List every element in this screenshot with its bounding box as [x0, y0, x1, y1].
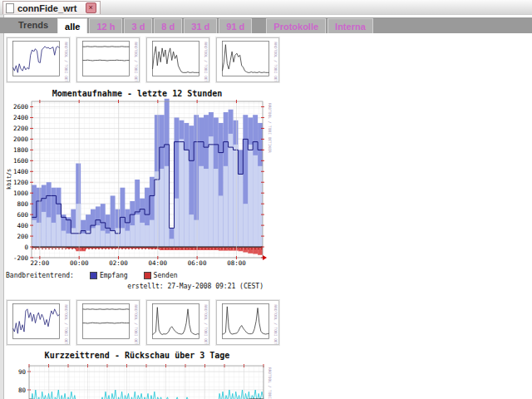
chart-created-timestamp: erstellt: 27-May-2008 09:21 (CEST) [4, 283, 264, 290]
svg-text:kbit/s: kbit/s [6, 169, 12, 190]
tab-interna[interactable]: Interna [328, 18, 373, 33]
main-chart-legend: Bandbreitentrend: Empfang Senden [6, 272, 270, 279]
svg-text:RRDTOOL / TOBI OETIKER: RRDTOOL / TOBI OETIKER [134, 305, 138, 345]
svg-text:800: 800 [17, 200, 28, 208]
bottom-chart: 708090RRDTOOL / TOBI OETIKER [4, 362, 272, 399]
window-left-border [0, 0, 4, 399]
thumbnail-senden-12h[interactable]: RRDTOOL / TOBI OETIKER [76, 37, 140, 82]
close-icon[interactable]: × [86, 2, 96, 13]
svg-text:RRDTOOL / TOBI OETIKER: RRDTOOL / TOBI OETIKER [273, 305, 278, 345]
legend-empfang-swatch [90, 272, 97, 279]
tabs-section-label: Trends [0, 17, 57, 33]
thumbnail-chart-3[interactable]: RRDTOOL / TOBI OETIKER [146, 37, 209, 82]
svg-text:2600: 2600 [13, 103, 29, 111]
tab-91d[interactable]: 91 d [219, 18, 252, 33]
bottom-chart-block: 708090RRDTOOL / TOBI OETIKER [4, 362, 531, 399]
svg-text:RRDTOOL / TOBI OETIKER: RRDTOOL / TOBI OETIKER [268, 367, 272, 399]
svg-text:2200: 2200 [13, 125, 29, 132]
main-chart: -200020040060080010001200140016001800200… [4, 98, 272, 268]
svg-text:RRDTOOL / TOBI OETIKER: RRDTOOL / TOBI OETIKER [64, 305, 68, 345]
thumbnail-chart-7[interactable]: RRDTOOL / TOBI OETIKER [146, 300, 209, 345]
svg-text:RRDTOOL / TOBI OETIKER: RRDTOOL / TOBI OETIKER [134, 42, 138, 82]
svg-text:1600: 1600 [13, 157, 29, 165]
tab-12h[interactable]: 12 h [89, 18, 122, 33]
thumbnail-row-bottom: RRDTOOL / TOBI OETIKER RRDTOOL / TOBI OE… [7, 300, 531, 345]
thumbnail-chart-8[interactable]: RRDTOOL / TOBI OETIKER [216, 300, 279, 345]
svg-text:1000: 1000 [13, 190, 29, 197]
svg-text:04:00: 04:00 [149, 259, 168, 267]
thumbnail-empfang-12h[interactable]: RRDTOOL / TOBI OETIKER [7, 37, 70, 82]
tab-8d[interactable]: 8 d [154, 18, 182, 33]
window-tab[interactable]: connFide_wrt × [2, 1, 101, 14]
svg-text:RRDTOOL / TOBI OETIKER: RRDTOOL / TOBI OETIKER [273, 42, 278, 82]
svg-text:0: 0 [24, 244, 28, 251]
thumbnail-row-top: RRDTOOL / TOBI OETIKER RRDTOOL / TOBI OE… [7, 37, 531, 82]
thumbnail-empfang-3d[interactable]: RRDTOOL / TOBI OETIKER [7, 300, 70, 345]
bottom-chart-title: Kurzzeittrend - Rückschau über 3 Tage [4, 351, 270, 360]
svg-text:1200: 1200 [13, 179, 29, 186]
tab-31d[interactable]: 31 d [184, 18, 217, 33]
svg-text:90: 90 [18, 368, 27, 376]
svg-text:06:00: 06:00 [188, 259, 207, 267]
main-chart-title: Momentaufnahme - letzte 12 Stunden [4, 89, 270, 98]
tab-3d[interactable]: 3 d [124, 18, 152, 33]
svg-text:RRDTOOL / TOBI OETIKER: RRDTOOL / TOBI OETIKER [204, 42, 208, 82]
document-icon [6, 3, 14, 13]
svg-text:08:00: 08:00 [227, 259, 246, 267]
content-area: RRDTOOL / TOBI OETIKER RRDTOOL / TOBI OE… [4, 33, 531, 399]
svg-text:1400: 1400 [13, 168, 29, 175]
thumbnail-chart-4[interactable]: RRDTOOL / TOBI OETIKER [216, 37, 279, 82]
svg-text:600: 600 [17, 211, 28, 219]
svg-text:22:00: 22:00 [31, 259, 50, 267]
window-title: connFide_wrt [17, 3, 77, 13]
svg-text:200: 200 [17, 233, 28, 240]
window-titlebar: connFide_wrt × [0, 0, 532, 15]
tab-alle[interactable]: alle [57, 18, 87, 33]
main-chart-block: Momentaufnahme - letzte 12 Stunden -2000… [4, 89, 531, 290]
svg-text:02:00: 02:00 [109, 259, 128, 267]
svg-text:2000: 2000 [13, 135, 29, 143]
svg-text:-200: -200 [13, 254, 29, 262]
svg-text:RRDTOOL / TOBI OETIKER: RRDTOOL / TOBI OETIKER [268, 103, 272, 153]
svg-text:80: 80 [18, 387, 27, 394]
thumbnail-senden-3d[interactable]: RRDTOOL / TOBI OETIKER [76, 300, 140, 345]
tab-protokolle[interactable]: Protokolle [266, 18, 326, 33]
tab-strip: Trends alle 12 h 3 d 8 d 31 d 91 d Proto… [0, 17, 532, 33]
svg-text:00:00: 00:00 [70, 259, 89, 267]
svg-text:400: 400 [17, 222, 28, 229]
svg-text:2400: 2400 [13, 114, 29, 121]
legend-senden-swatch [144, 272, 151, 279]
svg-text:RRDTOOL / TOBI OETIKER: RRDTOOL / TOBI OETIKER [204, 305, 208, 345]
legend-empfang-label: Empfang [100, 272, 128, 279]
legend-senden-label: Senden [154, 272, 178, 279]
svg-text:RRDTOOL / TOBI OETIKER: RRDTOOL / TOBI OETIKER [64, 42, 68, 82]
svg-text:1800: 1800 [13, 146, 29, 154]
legend-label: Bandbreitentrend: [6, 272, 74, 279]
